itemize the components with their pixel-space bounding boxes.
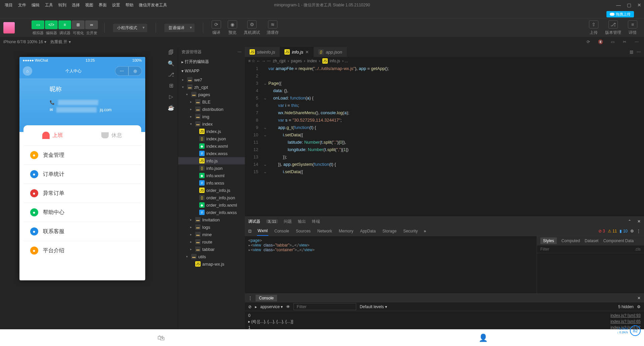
styles-filter[interactable]: Filter	[540, 247, 549, 252]
devtools-wxml[interactable]: Wxml	[257, 226, 268, 236]
component-data-tab[interactable]: Component Data	[603, 238, 634, 243]
device-icon[interactable]: ▭	[608, 39, 616, 45]
tree-item[interactable]: ▾▬pages	[178, 91, 245, 98]
tree-item[interactable]: ▸▬Invitation	[178, 216, 245, 223]
open-editors-section[interactable]: ▸ 打开的编辑器	[178, 57, 245, 67]
capsule-close-icon[interactable]: ◎	[128, 66, 142, 76]
debugger-button[interactable]: ≡	[58, 20, 71, 29]
console-settings-icon[interactable]: ⚙	[637, 304, 641, 309]
debug-icon[interactable]: ▷	[169, 93, 173, 100]
tree-item[interactable]: ◆index.wxml	[178, 142, 245, 150]
terminal-tab[interactable]: 终端	[312, 219, 320, 224]
cloud-button[interactable]: ∞	[85, 20, 98, 29]
tree-item[interactable]: {}info.json	[178, 164, 245, 172]
cls-toggle[interactable]: .cls	[635, 247, 641, 252]
tree-item[interactable]: ◆info.wxml	[178, 172, 245, 179]
menu-ui[interactable]: 界面	[97, 1, 109, 9]
tab-work[interactable]: 上班	[23, 125, 83, 145]
tab-close-icon[interactable]: ✕	[305, 50, 309, 55]
capsule-menu-icon[interactable]: ⋯	[115, 66, 128, 76]
devtools-network[interactable]: Network	[317, 227, 333, 235]
split-editor-icon[interactable]: ▥	[630, 50, 633, 54]
info-count[interactable]: ▮ 10	[620, 229, 628, 233]
devtools-menu-icon[interactable]: ⋮	[637, 229, 641, 233]
tree-item[interactable]: JSindex.js	[178, 128, 245, 135]
visualize-button[interactable]: ⊞	[72, 20, 85, 29]
inspect-icon[interactable]: ⊡	[248, 229, 252, 233]
styles-tab[interactable]: Styles	[540, 237, 557, 244]
menu-project[interactable]: 项目	[3, 1, 15, 9]
tab-rest[interactable]: 休息	[82, 125, 141, 145]
devtools-sources[interactable]: Sources	[295, 227, 311, 235]
workspace-root[interactable]: ▾ WXAPP	[178, 67, 245, 75]
tree-item[interactable]: #order_info.wxss	[178, 209, 245, 216]
menu-file[interactable]: 文件	[16, 1, 28, 9]
compile-select[interactable]: 普通编译	[164, 24, 195, 32]
tree-item[interactable]: ▸▬logs	[178, 223, 245, 231]
hidden-count[interactable]: 5 hidden	[618, 304, 634, 309]
list-item[interactable]: ●联系客服	[23, 222, 141, 241]
devtools-appdata[interactable]: AppData	[359, 227, 376, 235]
detail-icon[interactable]: ≡	[628, 20, 637, 28]
editor-button[interactable]: </>	[45, 20, 58, 29]
tab-info[interactable]: JSinfo.js✕	[280, 47, 314, 57]
tree-item[interactable]: ▸▬tabbar	[178, 246, 245, 253]
version-icon[interactable]: ⎇	[608, 20, 618, 28]
git-icon[interactable]: ⎇	[168, 71, 174, 78]
cut-icon[interactable]: ✂	[621, 39, 629, 45]
error-count[interactable]: ⊘ 3	[598, 229, 605, 233]
clear-cache-icon[interactable]: ≋	[268, 20, 277, 28]
console-context[interactable]: appservice ▾	[260, 304, 283, 309]
tree-item[interactable]: ▸▬distribution	[178, 106, 245, 113]
eye-icon[interactable]: 👁	[286, 304, 290, 309]
warning-count[interactable]: ⚠ 11	[608, 229, 617, 233]
home-icon[interactable]: ⌂	[23, 66, 32, 76]
devtools-more-icon[interactable]: »	[424, 229, 426, 233]
menu-select[interactable]: 选择	[70, 1, 82, 9]
tab-app[interactable]: {}app.json	[314, 47, 347, 57]
panel-up-icon[interactable]: ⌃	[628, 219, 631, 224]
tree-item[interactable]: ▸▬we7	[178, 76, 245, 83]
problems-tab[interactable]: 问题	[284, 219, 292, 224]
menu-goto[interactable]: 转到	[56, 1, 68, 9]
tree-item[interactable]: ▾▬index	[178, 120, 245, 128]
dataset-tab[interactable]: Dataset	[585, 238, 598, 243]
tab-siteinfo[interactable]: JSsiteinfo.js	[245, 47, 280, 57]
phone-preview[interactable]: ●●●●● WeChat13:25100% ⌂ 个人中心 ⋯◎ 昵称 📞 ✉jq…	[19, 57, 145, 280]
clear-console-icon[interactable]: ⊘	[248, 304, 252, 309]
devtools-security[interactable]: Security	[402, 227, 418, 235]
devtools-storage[interactable]: Storage	[382, 227, 397, 235]
console-top-icon[interactable]: ▸	[255, 304, 257, 309]
mute-icon[interactable]: 🔇	[596, 39, 604, 45]
device-select[interactable]: iPhone 6/7/8 100% 16 ▾	[3, 40, 46, 44]
tree-item[interactable]: #info.wxss	[178, 179, 245, 187]
menu-view[interactable]: 视图	[83, 1, 95, 9]
tree-item[interactable]: ▸▬img	[178, 113, 245, 120]
hot-reload-select[interactable]: 热重载 开 ▾	[50, 39, 71, 45]
list-item[interactable]: ●订单统计	[23, 164, 141, 184]
wxml-tree[interactable]: <page> ▸<view class="tabbar">…</view> ▸<…	[245, 236, 537, 293]
output-tab[interactable]: 输出	[298, 219, 306, 224]
tree-item[interactable]: ▾▬zh_cjpt	[178, 83, 245, 91]
menu-wechat-devtools[interactable]: 微信开发者工具	[137, 1, 169, 9]
devtools-settings-icon[interactable]: ⚙	[630, 229, 634, 233]
performance-widget[interactable]: ↑ 2.1K/s↓ 0.2K/s 82	[617, 325, 641, 336]
refresh-icon[interactable]: ⟳	[584, 39, 592, 45]
console-row[interactable]: 0index.js? [sm]:93	[248, 313, 641, 319]
user-avatar[interactable]	[3, 22, 15, 33]
tree-item[interactable]: {}order_info.json	[178, 194, 245, 201]
editor-more-icon[interactable]: ⋯	[637, 50, 641, 54]
mode-select[interactable]: 小程序模式	[113, 24, 147, 32]
menu-help[interactable]: 帮助	[123, 1, 136, 9]
devtools-memory[interactable]: Memory	[338, 227, 354, 235]
console-filter-input[interactable]	[293, 303, 356, 310]
extensions-icon[interactable]: ⊞	[169, 82, 173, 89]
menu-settings[interactable]: 设置	[110, 1, 122, 9]
devtools-console[interactable]: Console	[274, 227, 290, 235]
list-item[interactable]: ●平台介绍	[23, 241, 141, 260]
tree-item[interactable]: {}index.json	[178, 135, 245, 142]
tree-item[interactable]: ◆order_info.wxml	[178, 201, 245, 209]
debugger-tab[interactable]: 调试器	[248, 219, 260, 224]
tree-item[interactable]: ▾▬utils	[178, 253, 245, 260]
console-close-icon[interactable]: ✕	[637, 296, 641, 300]
